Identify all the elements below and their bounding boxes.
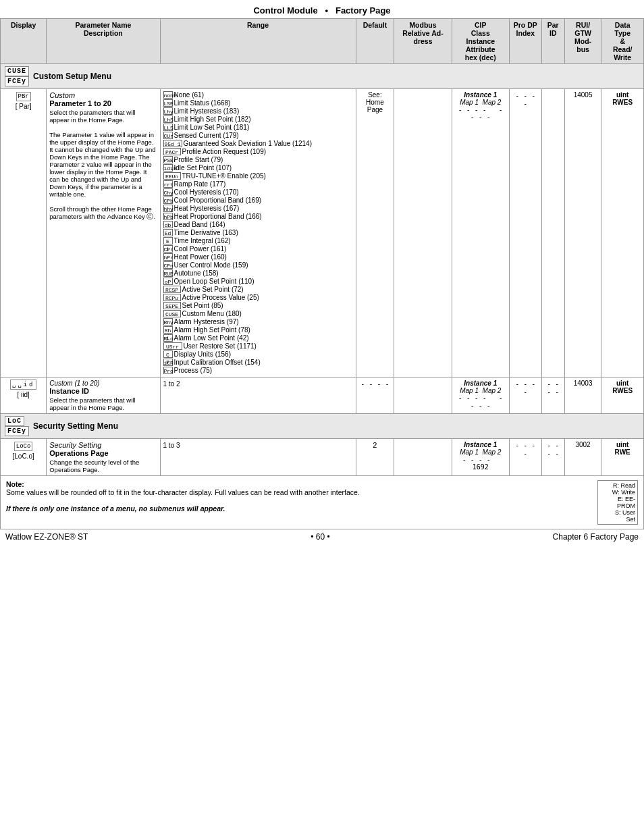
footer-page: • 60 • <box>311 532 329 542</box>
default-par: See:HomePage <box>356 89 394 377</box>
prodp-loco: - - - - <box>509 439 541 476</box>
range-iid: 1 to 2 <box>160 377 356 414</box>
row-iid: ␣␣id [ iid] Custom (1 to 20) Instance ID… <box>1 377 644 414</box>
prodp-par: - - - - <box>509 89 541 377</box>
section-display-fcey: FCEy <box>5 76 29 86</box>
dtype-loco: uint RWE <box>601 439 644 476</box>
rui-loco: 3002 <box>564 439 601 476</box>
default-loco: 2 <box>356 439 394 476</box>
legend-s: S: UserSet <box>600 509 635 523</box>
col-range: Range <box>160 19 356 64</box>
section-label-security: Security Setting Menu <box>33 421 118 431</box>
col-par: ParID <box>541 19 564 64</box>
section-display-loc: LoC <box>5 416 24 426</box>
footer-brand: Watlow EZ-ZONE® ST <box>5 532 88 542</box>
col-rui: RUI/GTWMod-bus <box>564 19 601 64</box>
col-display: Display <box>1 19 47 64</box>
default-iid: - - - - <box>356 377 394 414</box>
par-loco: - - - - <box>541 439 564 476</box>
display-loco: LoCo [LoC.o] <box>1 439 47 476</box>
note-section: Note: Some values will be rounded off to… <box>0 476 644 529</box>
section-custom-setup: CUSE FCEy Custom Setup Menu <box>1 64 644 89</box>
rui-iid: 14003 <box>564 377 601 414</box>
col-prodp: Pro DPIndex <box>509 19 541 64</box>
modbus-loco <box>394 439 452 476</box>
col-cip: CIPClassInstanceAttributehex (dec) <box>452 19 509 64</box>
main-table: Display Parameter NameDescription Range … <box>0 18 644 476</box>
modbus-iid <box>394 377 452 414</box>
row-loco: LoCo [LoC.o] Security Setting Operations… <box>1 439 644 476</box>
legend-r: R: Read <box>600 482 635 489</box>
section-security: LoC FCEy Security Setting Menu <box>1 414 644 439</box>
cip-loco: Instance 1 Map 1 Map 2 - - - - 1692 <box>452 439 509 476</box>
display-iid: ␣␣id [ iid] <box>1 377 47 414</box>
note-title: Note: <box>6 480 24 488</box>
cip-iid: Instance 1 Map 1 Map 2 - - - - - - - - <box>452 377 509 414</box>
col-dtype: DataType&Read/Write <box>601 19 644 64</box>
section-display-fcey2: FCEy <box>5 426 29 436</box>
param-iid: Custom (1 to 20) Instance ID Select the … <box>47 377 160 414</box>
display-par: PBr [ Par] <box>1 89 47 377</box>
page-header: Control Module • Factory Page <box>0 0 644 18</box>
col-param: Parameter NameDescription <box>47 19 160 64</box>
footer-chapter: Chapter 6 Factory Page <box>553 532 639 542</box>
note-text1: Some values will be rounded off to fit i… <box>6 488 360 496</box>
legend-w: W: Write <box>600 489 635 496</box>
col-default: Default <box>356 19 394 64</box>
param-par: Custom Parameter 1 to 20 Select the para… <box>47 89 160 377</box>
legend-box: R: Read W: Write E: EE-PROM S: UserSet <box>597 480 638 525</box>
row-par: PBr [ Par] Custom Parameter 1 to 20 Sele… <box>1 89 644 377</box>
dtype-iid: uint RWES <box>601 377 644 414</box>
legend-e: E: EE-PROM <box>600 496 635 509</box>
cip-par: Instance 1 Map 1 Map 2 - - - - - - - - <box>452 89 509 377</box>
col-modbus: ModbusRelative Ad-dress <box>394 19 452 64</box>
range-loco: 1 to 3 <box>160 439 356 476</box>
rui-par: 14005 <box>564 89 601 377</box>
section-label-custom: Custom Setup Menu <box>33 72 111 81</box>
dtype-par: uint RWES <box>601 89 644 377</box>
prodp-iid: - - - - <box>509 377 541 414</box>
page-footer: Watlow EZ-ZONE® ST • 60 • Chapter 6 Fact… <box>0 529 644 544</box>
modbus-par <box>394 89 452 377</box>
par-par <box>541 89 564 377</box>
par-iid: - - - - <box>541 377 564 414</box>
range-par: nonE None (61) LSE Limit Status (1668) L… <box>160 89 356 377</box>
param-loco: Security Setting Operations Page Change … <box>47 439 160 476</box>
section-display-cuse: CUSE <box>5 66 29 76</box>
note-text2: If there is only one instance of a menu,… <box>6 504 225 513</box>
